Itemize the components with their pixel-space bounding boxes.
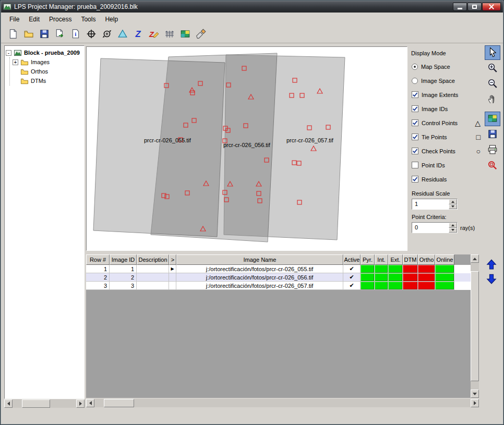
project-tree: -Block - prueba_2009+ImagesOrthosDTMs (4, 45, 85, 399)
column-header-image-name[interactable]: Image Name (176, 254, 343, 265)
map-view[interactable]: prcr-cr-026_055.tifprcr-cr-026_056.tifpr… (86, 46, 407, 251)
column-header-image-id[interactable]: Image ID (110, 254, 137, 265)
table-row[interactable]: 33j:/ortorectificación/fotos/prcr-cr-026… (86, 282, 479, 290)
scroll-left-button[interactable] (4, 399, 13, 408)
tree-item-images[interactable]: +Images (13, 57, 83, 67)
scrollbar-thumb[interactable] (22, 399, 50, 408)
checkbox-point-ids[interactable]: Point IDs (409, 158, 482, 172)
collapse-expander-icon[interactable]: - (6, 50, 11, 56)
image-display-button[interactable] (485, 112, 500, 126)
cell-status-pyr (361, 273, 375, 282)
column-header-online[interactable]: Online (435, 254, 454, 265)
pyramid-button[interactable] (115, 27, 129, 41)
display-mode-title: Display Mode (411, 50, 482, 56)
new-document-button[interactable] (6, 27, 20, 41)
menu-item-tools[interactable]: Tools (76, 14, 100, 25)
column-header-row[interactable]: Row # (86, 254, 110, 265)
z-values-button[interactable]: Z (131, 27, 145, 41)
scroll-right-button[interactable] (76, 399, 85, 408)
column-header-active[interactable]: Active (343, 254, 361, 265)
zoom-selection-button[interactable] (485, 159, 500, 173)
residual-scale-up-button[interactable] (449, 199, 457, 204)
minimize-button[interactable] (453, 3, 467, 11)
tree-item-orthos[interactable]: Orthos (13, 67, 83, 76)
pan-hand-icon (487, 94, 498, 105)
scrollbar-track[interactable] (13, 399, 76, 408)
table-horizontal-scrollbar[interactable] (86, 399, 479, 407)
column-header-description[interactable]: Description (137, 254, 169, 265)
expand-expander-icon[interactable]: + (13, 59, 18, 65)
scrollbar-track[interactable] (471, 263, 479, 390)
print-button[interactable] (485, 143, 500, 157)
z-edit-button[interactable]: Z (147, 27, 161, 41)
cell-status-int (375, 265, 388, 273)
residual-scale-down-button[interactable] (449, 204, 457, 210)
checkbox-label: Point IDs (422, 162, 445, 168)
point-criteria-up-button[interactable] (449, 223, 457, 228)
checkbox-tie-points[interactable]: Tie Points□ (409, 130, 482, 144)
checkbox-image-extents[interactable]: Image Extents (409, 88, 482, 102)
column-header-int[interactable]: Int. (375, 254, 388, 265)
scrollbar-track[interactable] (94, 399, 471, 407)
save-button[interactable] (485, 127, 500, 142)
export-button[interactable] (53, 27, 67, 41)
menu-bar: FileEditProcessToolsHelp (1, 13, 503, 26)
menu-item-file[interactable]: File (5, 14, 24, 25)
table-vertical-scrollbar[interactable] (471, 254, 479, 398)
tree-horizontal-scrollbar[interactable] (4, 399, 85, 408)
scroll-down-button[interactable] (471, 390, 479, 398)
zoom-rotate-button[interactable] (100, 27, 114, 41)
tree-item-dtms[interactable]: DTMs (13, 76, 83, 86)
maximize-button[interactable] (467, 3, 482, 11)
zoom-in-button[interactable] (485, 61, 500, 76)
point-criteria-down-button[interactable] (449, 228, 457, 233)
table-row[interactable]: 11▶j:/ortorectificación/fotos/prcr-cr-02… (86, 265, 479, 273)
table-row[interactable]: 22j:/ortorectificación/fotos/prcr-cr-026… (86, 273, 479, 282)
point-criteria-value[interactable]: 0 (412, 223, 449, 233)
radio-image-space[interactable]: Image Space (409, 74, 482, 88)
scroll-left-button[interactable] (86, 399, 94, 407)
menu-item-edit[interactable]: Edit (24, 14, 44, 25)
report-info-button[interactable]: i (68, 27, 82, 41)
title-bar[interactable]: LPS Project Manager: prueba_20092016.blk (1, 1, 503, 13)
scroll-right-button[interactable] (471, 399, 479, 407)
scroll-up-button[interactable] (471, 254, 479, 263)
eraser-button[interactable] (194, 27, 208, 41)
checkbox-icon (412, 105, 418, 112)
checkbox-residuals[interactable]: Residuals (409, 172, 482, 186)
tree-item-block[interactable]: -Block - prueba_2009 (6, 48, 83, 57)
point-measurement-button[interactable] (84, 27, 98, 41)
scrollbar-thumb[interactable] (471, 271, 479, 381)
checkbox-icon (412, 148, 418, 154)
display-options: Map SpaceImage SpaceImage ExtentsImage I… (409, 59, 482, 186)
row-up-button[interactable] (485, 258, 498, 272)
zoom-out-button[interactable] (485, 77, 500, 91)
checkbox-control-points[interactable]: Control Points△ (409, 116, 482, 130)
open-file-button[interactable] (21, 27, 35, 41)
column-header-pyr[interactable]: Pyr. (361, 254, 375, 265)
column-header-ext[interactable]: Ext. (388, 254, 403, 265)
save-button[interactable] (37, 27, 51, 41)
image-display-button[interactable] (178, 27, 192, 41)
residual-scale-value[interactable]: 1 (412, 199, 449, 209)
grid-3d-button[interactable] (162, 27, 176, 41)
column-header-dtm[interactable]: DTM (403, 254, 418, 265)
scrollbar-thumb[interactable] (104, 399, 134, 407)
spin-down-icon (451, 205, 454, 208)
print-icon (487, 144, 498, 156)
column-header-selector[interactable]: > (169, 254, 176, 265)
checkbox-check-points[interactable]: Check Points○ (409, 144, 482, 158)
column-header-ortho[interactable]: Ortho (418, 254, 435, 265)
residual-scale-input[interactable]: 1 (412, 199, 458, 210)
radio-map-space[interactable]: Map Space (409, 59, 482, 74)
pan-hand-button[interactable] (485, 92, 500, 107)
select-cursor-button[interactable] (485, 45, 500, 60)
menu-item-process[interactable]: Process (44, 14, 76, 25)
menu-item-help[interactable]: Help (100, 14, 123, 25)
row-down-button[interactable] (485, 273, 498, 286)
arrow-down-icon (473, 393, 477, 395)
checkbox-image-ids[interactable]: Image IDs (409, 102, 482, 116)
square-symbol-icon: □ (476, 133, 481, 141)
close-button[interactable] (482, 3, 501, 11)
point-criteria-input[interactable]: 0 (412, 222, 458, 233)
